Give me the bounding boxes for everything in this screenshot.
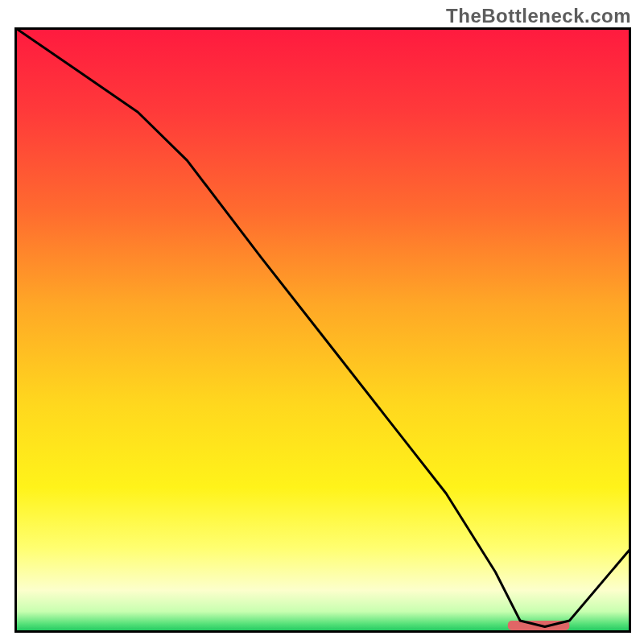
watermark-text: TheBottleneck.com (446, 5, 631, 27)
chart-frame: TheBottleneck.com (0, 0, 644, 644)
bottleneck-chart (14, 27, 631, 633)
chart-background (14, 27, 631, 633)
